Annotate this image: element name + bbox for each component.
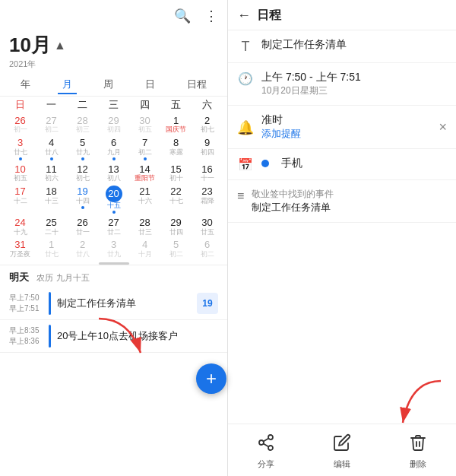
calendar-color-dot: [261, 160, 269, 167]
calendar-tabs: 年 月 周 日 日程: [0, 73, 227, 97]
cal-day[interactable]: 6初二: [192, 237, 223, 259]
cal-day[interactable]: 27初二: [36, 113, 67, 135]
month-title-row: 10月 ▲: [0, 29, 227, 59]
cal-day[interactable]: 29初四: [98, 113, 129, 135]
source-row: ≡ 敬业签中找到的事件 制定工作任务清单: [228, 180, 456, 223]
clock-icon: 🕐: [237, 71, 254, 86]
cal-day[interactable]: 28初三: [67, 113, 98, 135]
cal-day[interactable]: 23霜降: [192, 184, 223, 215]
cal-day[interactable]: 30初五: [129, 113, 160, 135]
event-title-2: 20号上午10点去机场接客户: [57, 329, 218, 343]
delete-button[interactable]: 删除: [409, 433, 427, 470]
cal-day[interactable]: 22十七: [160, 184, 192, 215]
reminder-close-button[interactable]: ×: [439, 119, 447, 135]
cal-row-6: 31万圣夜 1廿七 2廿八 3廿九 4十月 5初二 6初二: [5, 237, 223, 259]
share-button[interactable]: 分享: [257, 433, 275, 470]
event-detail-title: 制定工作任务清单: [261, 38, 347, 52]
header-tue: 二: [67, 97, 98, 113]
cal-day[interactable]: 8寒露: [160, 135, 192, 161]
time-row: 🕐 上午 7:50 - 上午 7:51 10月20日星期三: [228, 63, 456, 106]
cal-day[interactable]: 27廿二: [98, 215, 129, 237]
cal-day[interactable]: 12初七: [67, 162, 98, 184]
cal-day[interactable]: 5初二: [160, 237, 192, 259]
cal-day[interactable]: 10初五: [5, 162, 36, 184]
title-icon: T: [237, 39, 254, 55]
cal-day[interactable]: 1廿七: [36, 237, 67, 259]
tomorrow-label: 明天: [9, 271, 29, 283]
calendar-row: 📅 手机: [228, 149, 456, 180]
tab-schedule[interactable]: 日程: [182, 76, 211, 94]
cal-day[interactable]: 31万圣夜: [5, 237, 36, 259]
edit-label: 编辑: [334, 459, 350, 470]
cal-day[interactable]: 18十三: [36, 184, 67, 215]
event-item-1[interactable]: 早上7:50 早上7:51 制定工作任务清单 19: [0, 287, 227, 320]
tab-week[interactable]: 周: [99, 76, 118, 94]
cal-day[interactable]: 13初八: [98, 162, 129, 184]
event-bar: [49, 292, 51, 315]
event-time-2: 早上8:35 早上8:36: [9, 325, 43, 347]
cal-day[interactable]: 26初一: [5, 113, 36, 135]
cal-day[interactable]: 17十二: [5, 184, 36, 215]
cal-day[interactable]: 2廿八: [67, 237, 98, 259]
left-panel: 🔍 ⋮ 10月 ▲ 2021年 年 月 周 日 日程 日 一 二 三 四 五 六…: [0, 0, 228, 476]
year-label: 2021年: [0, 59, 227, 73]
left-header: 🔍 ⋮: [0, 0, 227, 29]
time-date: 10月20日星期三: [261, 84, 361, 97]
header-wed: 三: [98, 97, 129, 113]
event-item-2[interactable]: 早上8:35 早上8:36 20号上午10点去机场接客户: [0, 320, 227, 353]
event-badge-1: 19: [197, 293, 218, 314]
cal-day[interactable]: 7初二: [129, 135, 160, 161]
tab-month[interactable]: 月: [58, 76, 77, 94]
fab-button[interactable]: +: [196, 363, 226, 394]
edit-button[interactable]: 编辑: [333, 433, 351, 470]
header-fri: 五: [160, 97, 192, 113]
cal-day[interactable]: 29廿四: [160, 215, 192, 237]
cal-day[interactable]: 15初十: [160, 162, 192, 184]
cal-day[interactable]: 24十九: [5, 215, 36, 237]
cal-day[interactable]: 30廿五: [192, 215, 223, 237]
cal-day[interactable]: 9初四: [192, 135, 223, 161]
tomorrow-section: 明天 农历 九月十五: [0, 265, 227, 287]
delete-icon: [409, 433, 427, 456]
source-title: 制定工作任务清单: [252, 201, 334, 214]
back-button[interactable]: ←: [237, 8, 251, 24]
cal-day[interactable]: 3廿九: [98, 237, 129, 259]
reminder-row: 🔔 准时 添加提醒 ×: [228, 106, 456, 149]
tab-day[interactable]: 日: [141, 76, 160, 94]
cal-day[interactable]: 19十四: [67, 184, 98, 215]
cal-day[interactable]: 26廿一: [67, 215, 98, 237]
add-reminder-button[interactable]: 添加提醒: [261, 127, 431, 141]
cal-day[interactable]: 14重阳节: [129, 162, 160, 184]
share-label: 分享: [258, 459, 274, 470]
event-time-1: 早上7:50 早上7:51: [9, 293, 43, 314]
cal-day[interactable]: 3廿七: [5, 135, 36, 161]
header-thu: 四: [129, 97, 160, 113]
title-row: T 制定工作任务清单: [228, 30, 456, 63]
cal-row-2: 3廿七 4廿八 5廿九 6九月 7初二 8寒露 9初四: [5, 135, 223, 161]
cal-day[interactable]: 16十一: [192, 162, 223, 184]
cal-day[interactable]: 25二十: [36, 215, 67, 237]
cal-day[interactable]: 1国庆节: [160, 113, 192, 135]
month-arrow[interactable]: ▲: [54, 39, 66, 52]
more-icon[interactable]: ⋮: [203, 6, 220, 26]
cal-day[interactable]: 4廿八: [36, 135, 67, 161]
cal-day[interactable]: 5廿九: [67, 135, 98, 161]
cal-day[interactable]: 2初七: [192, 113, 223, 135]
calendar-name: 手机: [281, 157, 302, 170]
cal-day[interactable]: 6九月: [98, 135, 129, 161]
cal-row-3: 10初五 11初六 12初七 13初八 14重阳节 15初十 16十一: [5, 162, 223, 184]
cal-row-5: 24十九 25二十 26廿一 27廿二 28廿三 29廿四 30廿五: [5, 215, 223, 237]
calendar-icon: 📅: [237, 157, 254, 172]
right-content: T 制定工作任务清单 🕐 上午 7:50 - 上午 7:51 10月20日星期三…: [228, 30, 456, 424]
cal-day[interactable]: 11初六: [36, 162, 67, 184]
search-icon[interactable]: 🔍: [173, 6, 192, 26]
cal-day[interactable]: 28廿三: [129, 215, 160, 237]
cal-row-4: 17十二 18十三 19十四 20十五 21十六 22十七 23霜降: [5, 184, 223, 215]
cal-day[interactable]: 4十月: [129, 237, 160, 259]
event-list: 早上7:50 早上7:51 制定工作任务清单 19 早上8:35 早上8:36 …: [0, 287, 227, 476]
cal-today[interactable]: 20十五: [98, 184, 129, 215]
tab-year[interactable]: 年: [16, 76, 35, 94]
edit-icon: [333, 433, 351, 456]
reminder-title: 准时: [261, 113, 431, 127]
cal-day[interactable]: 21十六: [129, 184, 160, 215]
